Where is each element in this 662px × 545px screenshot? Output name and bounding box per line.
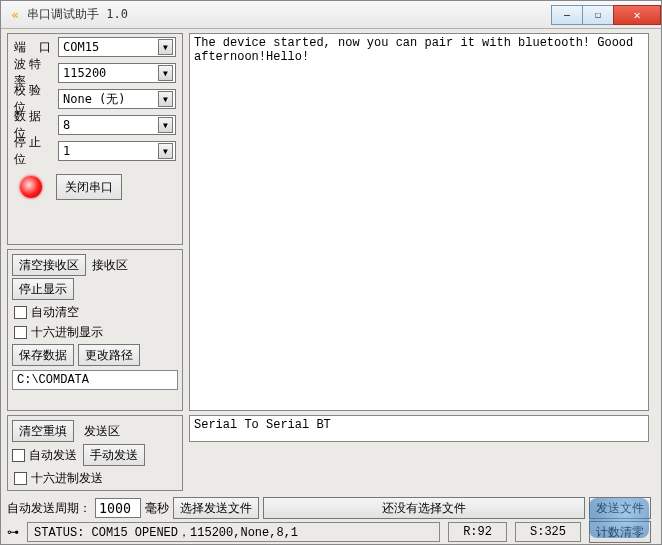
auto-send-checkbox[interactable]: 自动发送 [12, 445, 77, 465]
minimize-button[interactable]: — [551, 5, 583, 25]
stopbits-label: 停止位 [14, 134, 58, 168]
save-path-display: C:\COMDATA [12, 370, 178, 390]
auto-period-unit: 毫秒 [145, 500, 169, 517]
rx-counter: R:92 [448, 522, 507, 542]
chevron-down-icon: ▼ [158, 117, 173, 133]
counter-reset-button[interactable]: 计数清零 [589, 521, 651, 543]
connector-icon: ⊶ [7, 525, 19, 539]
checkbox-icon [14, 326, 27, 339]
checkbox-icon [14, 306, 27, 319]
chevron-down-icon: ▼ [158, 91, 173, 107]
port-value: COM15 [63, 40, 99, 54]
auto-clear-checkbox[interactable]: 自动清空 [8, 302, 182, 322]
stopbits-value: 1 [63, 144, 70, 158]
hex-send-label: 十六进制发送 [31, 470, 103, 487]
client-area: 端 口 COM15 ▼ 波特率 115200 ▼ 校验位 None (无) ▼ … [1, 29, 661, 544]
hex-display-checkbox[interactable]: 十六进制显示 [8, 322, 182, 342]
hex-display-label: 十六进制显示 [31, 324, 103, 341]
send-input[interactable]: Serial To Serial BT [189, 415, 649, 442]
stopbits-select[interactable]: 1 ▼ [58, 141, 176, 161]
send-file-button[interactable]: 发送文件 [589, 497, 651, 519]
checkbox-icon [14, 472, 27, 485]
window-buttons: — ☐ ✕ [552, 5, 661, 25]
title-bar: « 串口调试助手 1.0 — ☐ ✕ [1, 1, 661, 29]
baud-select[interactable]: 115200 ▼ [58, 63, 176, 83]
receive-group: 清空接收区 接收区 停止显示 自动清空 十六进制显示 保存数据 更改路径 C:\… [7, 249, 183, 411]
close-port-button[interactable]: 关闭串口 [56, 174, 122, 200]
connection-group: 端 口 COM15 ▼ 波特率 115200 ▼ 校验位 None (无) ▼ … [7, 33, 183, 245]
clear-receive-button[interactable]: 清空接收区 [12, 254, 86, 276]
chevron-down-icon: ▼ [158, 39, 173, 55]
checkbox-icon [12, 449, 25, 462]
stop-display-button[interactable]: 停止显示 [12, 278, 74, 300]
receive-area-label: 接收区 [92, 257, 128, 274]
window-title: 串口调试助手 1.0 [27, 6, 128, 23]
tx-counter: S:325 [515, 522, 581, 542]
databits-value: 8 [63, 118, 70, 132]
stopbits-field: 停止位 1 ▼ [8, 138, 182, 164]
auto-clear-label: 自动清空 [31, 304, 79, 321]
auto-period-input[interactable] [95, 498, 141, 518]
auto-send-label: 自动发送 [29, 447, 77, 464]
auto-send-row: 自动发送周期： 毫秒 选择发送文件 还没有选择文件 发送文件 [7, 497, 651, 519]
port-select[interactable]: COM15 ▼ [58, 37, 176, 57]
databits-select[interactable]: 8 ▼ [58, 115, 176, 135]
parity-value: None (无) [63, 91, 126, 108]
app-icon: « [7, 7, 23, 23]
status-text: STATUS: COM15 OPENED，115200,None,8,1 [27, 522, 440, 542]
hex-send-checkbox[interactable]: 十六进制发送 [8, 468, 182, 488]
auto-period-label: 自动发送周期： [7, 500, 91, 517]
port-label: 端 口 [14, 39, 58, 56]
port-status-led-icon [20, 176, 42, 198]
close-button[interactable]: ✕ [613, 5, 661, 25]
select-file-button[interactable]: 选择发送文件 [173, 497, 259, 519]
maximize-button[interactable]: ☐ [582, 5, 614, 25]
parity-select[interactable]: None (无) ▼ [58, 89, 176, 109]
selected-file-display: 还没有选择文件 [263, 497, 585, 519]
clear-send-button[interactable]: 清空重填 [12, 420, 74, 442]
status-bar: ⊶ STATUS: COM15 OPENED，115200,None,8,1 R… [7, 521, 651, 543]
chevron-down-icon: ▼ [158, 143, 173, 159]
manual-send-button[interactable]: 手动发送 [83, 444, 145, 466]
chevron-down-icon: ▼ [158, 65, 173, 81]
save-data-button[interactable]: 保存数据 [12, 344, 74, 366]
change-path-button[interactable]: 更改路径 [78, 344, 140, 366]
send-area-label: 发送区 [84, 423, 120, 440]
send-group: 清空重填 发送区 自动发送 手动发送 十六进制发送 [7, 415, 183, 491]
receive-textarea[interactable]: The device started, now you can pair it … [189, 33, 649, 411]
baud-value: 115200 [63, 66, 106, 80]
